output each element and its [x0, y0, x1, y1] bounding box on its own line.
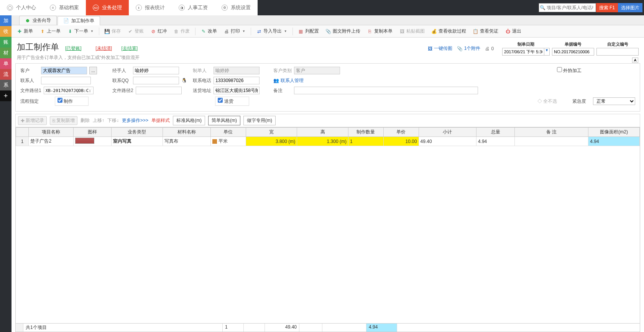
- hr-icon: ◑: [179, 5, 185, 11]
- nav-archive[interactable]: ≡基础档案: [43, 0, 86, 15]
- search-input[interactable]: [539, 3, 596, 12]
- nav-settings[interactable]: ⚙系统设置: [215, 0, 258, 15]
- gear-icon: ⚙: [222, 5, 228, 11]
- search-button[interactable]: 搜索 F1: [596, 3, 618, 12]
- nav-business[interactable]: AD业务处理: [86, 0, 129, 15]
- search-box: 🔍 搜索 F1 选择图片: [540, 0, 644, 15]
- choose-image-button[interactable]: 选择图片: [618, 3, 642, 12]
- nav-personal[interactable]: ◯个人中心: [0, 0, 43, 15]
- nav-hr[interactable]: ◑人事工资: [172, 0, 215, 15]
- top-nav: ◯个人中心 ≡基础档案 AD业务处理 ⫾报表统计 ◑人事工资 ⚙系统设置 🔍 搜…: [0, 0, 644, 15]
- ad-icon: AD: [93, 5, 99, 11]
- chart-icon: ⫾: [136, 5, 142, 11]
- nav-report[interactable]: ⫾报表统计: [129, 0, 172, 15]
- list-icon: ≡: [50, 5, 56, 11]
- person-icon: ◯: [7, 5, 13, 11]
